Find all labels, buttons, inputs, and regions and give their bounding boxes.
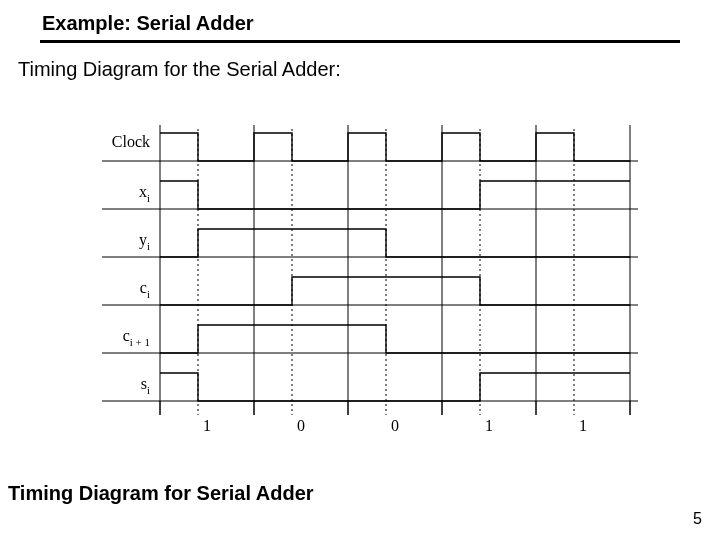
- row-label-clock: Clock: [112, 133, 150, 150]
- wave-ci: [160, 277, 630, 305]
- wave-xi: [160, 181, 630, 209]
- row-label-ci: ci: [140, 279, 150, 300]
- wave-yi: [160, 229, 630, 257]
- row-label-yi: yi: [139, 231, 150, 252]
- bottom-value: 1: [485, 417, 493, 434]
- page-number: 5: [693, 510, 702, 528]
- row-label-xi: xi: [139, 183, 150, 204]
- timing-diagram: Clock xi yi ci ci + 1 si: [90, 125, 650, 455]
- bottom-value: 1: [579, 417, 587, 434]
- slide-subtitle: Timing Diagram for the Serial Adder:: [18, 58, 341, 81]
- row-label-ci1: ci + 1: [123, 327, 150, 348]
- slide-title: Example: Serial Adder: [42, 12, 254, 35]
- row-label-si: si: [141, 375, 150, 396]
- wave-ci1: [160, 325, 630, 353]
- title-rule: [40, 40, 680, 43]
- wave-si: [160, 373, 630, 401]
- bottom-value: 0: [391, 417, 399, 434]
- bottom-value: 1: [203, 417, 211, 434]
- wave-clock: [160, 133, 630, 161]
- slide-caption: Timing Diagram for Serial Adder: [8, 482, 314, 505]
- slide: Example: Serial Adder Timing Diagram for…: [0, 0, 720, 540]
- bottom-value: 0: [297, 417, 305, 434]
